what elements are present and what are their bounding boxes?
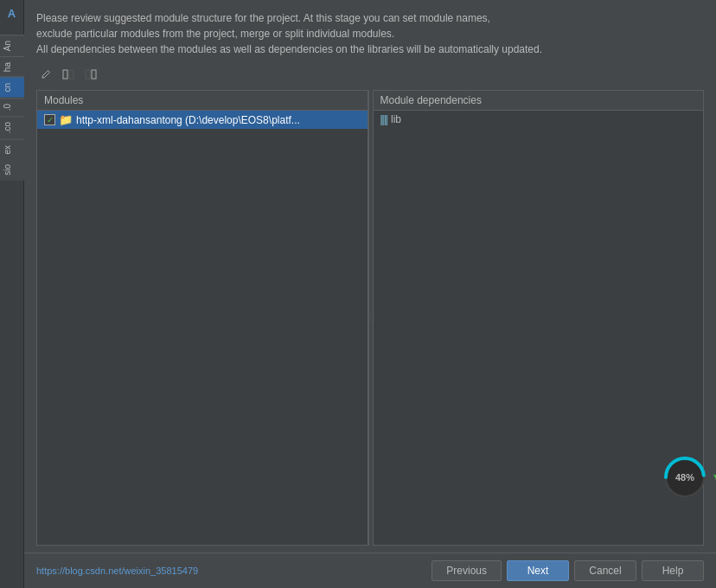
side-label-an[interactable]: An xyxy=(0,35,24,56)
check-mark-icon: ✓ xyxy=(47,116,54,125)
description-line3: All dependencies between the modules as … xyxy=(36,42,704,57)
dependency-label: lib xyxy=(391,113,401,125)
side-label-co[interactable]: .co xyxy=(0,116,24,138)
help-button[interactable]: Help xyxy=(642,560,704,581)
module-checkbox[interactable]: ✓ xyxy=(44,114,55,125)
folder-icon: 📁 xyxy=(59,113,73,126)
sidebar-icon-1: A xyxy=(3,3,22,22)
svg-rect-1 xyxy=(69,70,74,79)
progress-label: 48% xyxy=(675,472,694,483)
previous-button[interactable]: Previous xyxy=(432,560,502,581)
module-item[interactable]: ✓ 📁 http-xml-dahansantong (D:\develop\EO… xyxy=(37,111,368,129)
module-label: http-xml-dahansantong (D:\develop\EOS8\p… xyxy=(76,114,361,126)
toolbar xyxy=(36,66,704,83)
modules-list[interactable]: ✓ 📁 http-xml-dahansantong (D:\develop\EO… xyxy=(37,111,368,545)
progress-overlay: 48% ▼ 0 xyxy=(661,453,709,502)
library-icon: |||| xyxy=(380,113,387,125)
side-label-sio[interactable]: sio xyxy=(0,159,24,181)
split-right-button[interactable] xyxy=(81,66,100,83)
modules-panel-header: Modules xyxy=(37,91,368,111)
footer-url-link[interactable]: https://blog.csdn.net/weixin_35815479 xyxy=(36,566,426,576)
side-label-ha[interactable]: ha xyxy=(0,56,24,77)
svg-rect-0 xyxy=(63,70,67,79)
progress-circle: 48% xyxy=(661,453,709,502)
description-line1: Please review suggested module structure… xyxy=(36,10,704,26)
dialog-footer: https://blog.csdn.net/weixin_35815479 Pr… xyxy=(24,553,716,588)
dependencies-panel: Module dependencies |||| lib xyxy=(374,90,705,546)
svg-rect-2 xyxy=(86,70,90,79)
main-dialog: Please review suggested module structure… xyxy=(24,0,716,588)
description-line2: exclude particular modules from the proj… xyxy=(36,26,704,42)
progress-down-arrow: ▼ xyxy=(711,470,716,484)
edit-button[interactable] xyxy=(36,66,55,83)
dependencies-panel-header: Module dependencies xyxy=(374,91,704,111)
cancel-button[interactable]: Cancel xyxy=(574,560,636,581)
side-label-ex[interactable]: ex xyxy=(0,139,24,160)
description-block: Please review suggested module structure… xyxy=(36,10,704,57)
dependency-item[interactable]: |||| lib xyxy=(374,111,704,128)
next-button[interactable]: Next xyxy=(507,560,569,581)
side-label-cn[interactable]: cn xyxy=(0,77,24,98)
modules-panel: Modules ✓ 📁 http-xml-dahansantong (D:\de… xyxy=(36,90,368,546)
svg-rect-3 xyxy=(92,70,96,79)
side-label-0[interactable]: .0 xyxy=(0,98,24,116)
dialog-body: Please review suggested module structure… xyxy=(24,0,716,553)
panels-container: Modules ✓ 📁 http-xml-dahansantong (D:\de… xyxy=(36,90,704,546)
split-left-button[interactable] xyxy=(59,66,78,83)
dependencies-list[interactable]: |||| lib xyxy=(374,111,704,545)
